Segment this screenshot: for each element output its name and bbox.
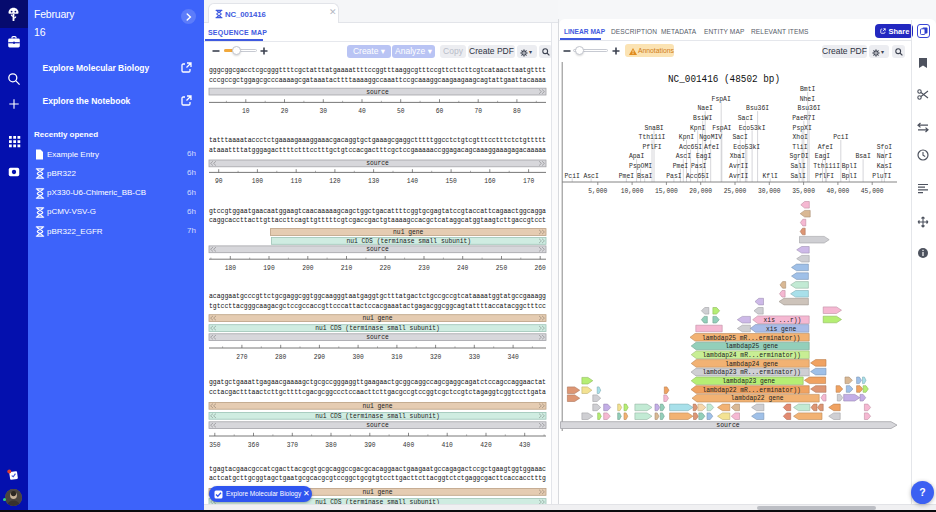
svg-text:cctacgactttaactcttgcttttcgacgc: cctacgactttaactcttgcttttcgacgcggccctccaa… [209,389,546,396]
svg-text:lambdap22 mR...erminator)): lambdap22 mR...erminator)) [702,387,800,394]
svg-text:acaggaatgcccgttctgcgaggcggtggc: acaggaatgcccgttctgcgaggcggtggcaagggtaatg… [209,293,546,300]
svg-text:10,000: 10,000 [621,188,644,195]
svg-text:AscI: AscI [676,153,692,160]
svg-text:SnaBI: SnaBI [644,125,663,132]
svg-text:25,000: 25,000 [724,188,747,195]
svg-text:210: 210 [341,265,353,272]
svg-text:Eco53kI: Eco53kI [739,125,766,132]
svg-text:330: 330 [469,354,481,361]
svg-text:240: 240 [457,265,469,272]
svg-text:nu1 CDS (terminase small subun: nu1 CDS (terminase small subunit) [346,238,471,245]
svg-text:nu1 gene: nu1 gene [362,403,392,410]
svg-text:Eco53kI: Eco53kI [733,144,760,151]
svg-text:320: 320 [430,354,442,361]
svg-text:BplI: BplI [842,163,858,170]
svg-text:SalI: SalI [791,163,807,170]
svg-text:lambdap25 gene: lambdap25 gene [725,343,778,350]
svg-text:20,000: 20,000 [689,188,712,195]
svg-text:PluTI: PluTI [872,173,891,180]
svg-text:PmeI: PmeI [619,173,635,180]
svg-text:60: 60 [436,108,444,115]
svg-text:FspAI: FspAI [712,96,731,103]
svg-text:nu1 gene: nu1 gene [362,489,392,496]
svg-text:EagI: EagI [696,153,712,160]
svg-text:KasI: KasI [877,163,893,170]
svg-text:370: 370 [287,442,299,449]
svg-text:AfeI: AfeI [818,144,834,151]
svg-text:270: 270 [236,354,248,361]
svg-text:400: 400 [403,442,415,449]
svg-text:420: 420 [480,442,492,449]
svg-text:NaeI: NaeI [698,105,714,112]
svg-text:Bsu36I: Bsu36I [798,105,821,112]
svg-text:190: 190 [263,265,275,272]
svg-text:90: 90 [215,178,223,185]
svg-text:nu1 CDS (terminase small subun: nu1 CDS (terminase small subunit) [315,413,440,420]
svg-text:280: 280 [275,354,287,361]
svg-text:100: 100 [252,178,264,185]
svg-text:ggatgctgaaattgagaacgaaaagctgcg: ggatgctgaaattgagaacgaaaagctgcgccgggaggtt… [209,379,546,386]
svg-text:310: 310 [391,354,403,361]
svg-text:ataaattttatgggagacttttctttcctt: ataaattttatgggagacttttctttcctttgctgtccac… [209,147,546,154]
svg-text:PflFI: PflFI [642,144,661,151]
svg-text:PspOMI: PspOMI [629,163,652,170]
svg-text:260: 260 [535,265,547,272]
svg-text:120: 120 [329,178,341,185]
svg-text:430: 430 [519,442,531,449]
svg-text:Bsu36I: Bsu36I [746,105,769,112]
svg-text:Tth111I: Tth111I [813,163,840,170]
svg-text:KpnI: KpnI [690,125,706,132]
svg-text:Acc65I: Acc65I [679,144,702,151]
svg-text:AvrII: AvrII [729,173,748,180]
svg-text:70: 70 [474,108,482,115]
svg-text:nu1 gene: nu1 gene [393,229,423,236]
svg-text:30,000: 30,000 [758,188,781,195]
svg-text:PmeI: PmeI [673,163,689,170]
svg-text:350: 350 [209,442,221,449]
svg-text:130: 130 [368,178,380,185]
svg-text:NarI: NarI [877,153,893,160]
svg-text:lambdap24 gene: lambdap24 gene [725,361,778,368]
svg-text:NgoMIV: NgoMIV [699,134,722,141]
svg-text:Acc65I: Acc65I [686,173,709,180]
svg-text:PasI: PasI [691,163,707,170]
svg-text:lambdap24 mR...erminator)): lambdap24 mR...erminator)) [703,352,801,359]
svg-text:40,000: 40,000 [827,188,850,195]
svg-text:lambdap25 mR...erminator)): lambdap25 mR...erminator)) [702,335,800,342]
svg-text:gtccgtggaatgaacaatggaagtcaacaa: gtccgtggaatgaacaatggaagtcaacaaaaagcagctg… [209,208,546,215]
svg-text:cccgccgctggagcgcccaaaagcgataaa: cccgccgctggagcgcccaaaagcgataaatacttttaaa… [209,77,546,84]
svg-text:EagI: EagI [815,153,831,160]
svg-text:BsiWI: BsiWI [693,115,712,122]
svg-text:lambdap23 mR...erminator)): lambdap23 mR...erminator)) [702,369,800,376]
svg-text:tgagtacgaacgccatcgacttacgcgtgc: tgagtacgaacgccatcgacttacgcgtgcgcaggccgac… [209,466,546,473]
svg-text:source: source [366,246,389,253]
svg-text:45,000: 45,000 [861,188,884,195]
svg-text:380: 380 [325,442,337,449]
svg-text:BplI: BplI [842,173,858,180]
svg-text:390: 390 [364,442,376,449]
svg-text:PciI: PciI [565,173,581,180]
svg-text:lambdap22 gene: lambdap22 gene [731,395,784,402]
svg-text:150: 150 [445,178,457,185]
svg-text:KpnI: KpnI [679,134,695,141]
svg-text:20: 20 [281,108,289,115]
svg-text:NheI: NheI [800,96,816,103]
svg-text:source: source [716,422,740,429]
svg-text:Tth111I: Tth111I [639,134,666,141]
svg-text:source: source [366,89,389,96]
svg-text:290: 290 [314,354,326,361]
svg-text:160: 160 [484,178,496,185]
svg-text:40: 40 [358,108,366,115]
svg-text:source: source [366,334,389,341]
svg-text:AscI: AscI [583,173,599,180]
svg-text:110: 110 [291,178,303,185]
svg-text:FspAI: FspAI [712,125,731,132]
svg-text:250: 250 [496,265,508,272]
svg-text:KflI: KflI [763,173,779,180]
svg-text:caggcaccttacttgttaccttcagttgtt: caggcaccttacttgttaccttcagttgtttttcgtcgac… [209,217,546,224]
svg-text:tgtccttacgggcaagacgctccgccaccg: tgtccttacgggcaagacgctccgccaccgttcccattac… [209,303,546,310]
svg-text:SgrDI: SgrDI [789,153,808,160]
svg-text:PaeR7I: PaeR7I [792,115,815,122]
svg-text:SacI: SacI [738,115,754,122]
svg-text:220: 220 [380,265,392,272]
